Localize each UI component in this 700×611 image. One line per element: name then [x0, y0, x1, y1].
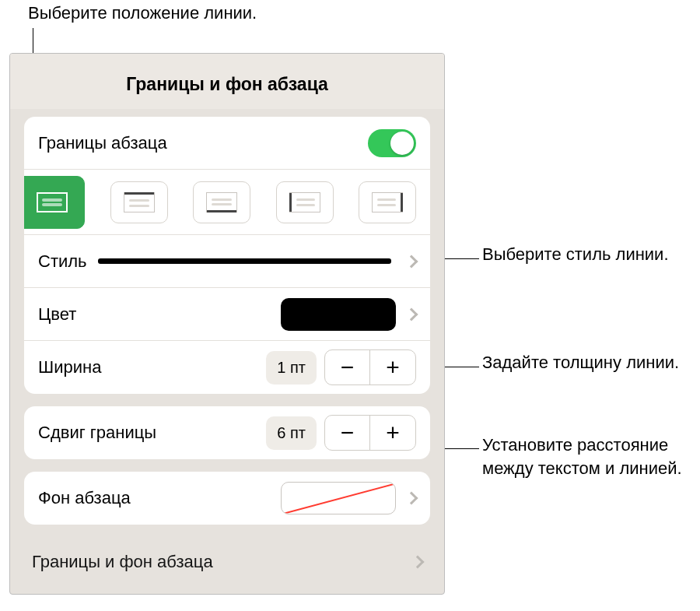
border-position-right[interactable]: [359, 181, 416, 223]
chevron-right-icon: [405, 255, 418, 268]
style-row[interactable]: Стиль: [24, 235, 430, 288]
callout-offset: Установите расстояние между текстом и ли…: [482, 434, 684, 479]
style-label: Стиль: [38, 251, 87, 272]
width-value[interactable]: 1 пт: [266, 351, 317, 385]
borders-background-panel: Границы и фон абзаца Границы абзаца: [9, 53, 445, 595]
color-row[interactable]: Цвет: [24, 288, 430, 341]
offset-increase-button[interactable]: +: [370, 416, 415, 450]
chevron-right-icon: [411, 556, 425, 569]
width-row: Ширина 1 пт − +: [24, 341, 430, 394]
fill-section: Фон абзаца: [24, 472, 430, 525]
offset-label: Сдвиг границы: [38, 423, 156, 443]
footer-breadcrumb-row[interactable]: Границы и фон абзаца: [10, 537, 444, 587]
color-swatch: [281, 298, 396, 331]
borders-section: Границы абзаца: [24, 117, 430, 394]
paragraph-borders-row: Границы абзаца: [24, 117, 430, 170]
fill-label: Фон абзаца: [38, 488, 131, 508]
border-position-left[interactable]: [276, 181, 334, 223]
offset-row: Сдвиг границы 6 пт − +: [24, 406, 430, 459]
callout-style: Выберите стиль линии.: [482, 243, 684, 266]
callout-line-position: Выберите положение линии.: [28, 2, 257, 25]
width-stepper: − +: [324, 349, 416, 385]
chevron-right-icon: [405, 307, 418, 321]
paragraph-borders-toggle[interactable]: [368, 129, 416, 157]
chevron-right-icon: [405, 492, 418, 505]
border-position-row: [24, 170, 430, 235]
offset-value[interactable]: 6 пт: [266, 416, 317, 450]
offset-stepper: − +: [324, 415, 416, 451]
panel-title: Границы и фон абзаца: [10, 54, 444, 109]
offset-section: Сдвиг границы 6 пт − +: [24, 406, 430, 459]
paragraph-borders-label: Границы абзаца: [38, 133, 167, 153]
style-preview: [98, 258, 391, 264]
width-label: Ширина: [38, 357, 101, 377]
color-label: Цвет: [38, 304, 76, 325]
footer-breadcrumb-label: Границы и фон абзаца: [32, 552, 213, 572]
fill-row[interactable]: Фон абзаца: [24, 472, 430, 525]
offset-decrease-button[interactable]: −: [325, 416, 370, 450]
border-position-box[interactable]: [24, 176, 85, 229]
fill-swatch-none: [281, 482, 396, 514]
border-position-bottom[interactable]: [193, 181, 250, 223]
callout-width: Задайте толщину линии.: [482, 351, 684, 374]
width-decrease-button[interactable]: −: [325, 350, 370, 385]
width-increase-button[interactable]: +: [370, 350, 415, 385]
border-position-top[interactable]: [110, 181, 168, 223]
